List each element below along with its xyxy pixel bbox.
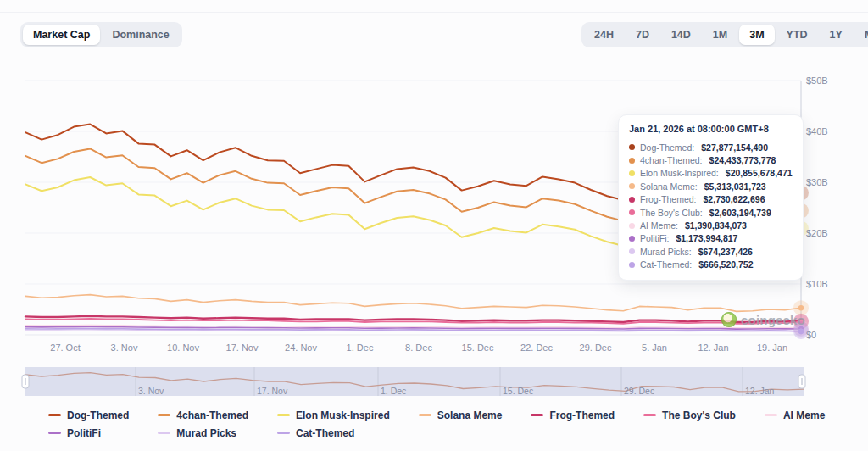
x-tick-label: 15. Dec [462,342,494,353]
tooltip-series-value: $2,603,194,739 [709,208,771,218]
legend-dash-icon [419,414,431,416]
legend-item-the-boy-s-club[interactable]: The Boy's Club [643,409,736,421]
watermark-text: coingecko [741,313,805,327]
tab-dominance[interactable]: Dominance [102,25,179,45]
series-dot-icon [629,223,635,229]
tooltip-series-name: Dog-Themed: [640,142,694,153]
navigator-tick-label: 17. Nov [257,386,287,396]
metric-toggle: Market CapDominance [20,22,182,47]
legend-label: 4chan-Themed [176,409,248,421]
tooltip-series-value: $5,313,031,723 [704,181,766,192]
x-tick-label: 5. Jan [642,342,667,353]
endpoint-marker-cat-themed [798,329,804,334]
legend-label: Solana Meme [437,409,503,421]
tooltip-series-name: Elon Musk-Inspired: [640,168,719,178]
range-button-24h[interactable]: 24H [584,25,624,45]
tooltip-row-solana-meme: Solana Meme:$5,313,031,723 [629,180,793,192]
tooltip-row-murad-picks: Murad Picks:$674,237,426 [629,245,793,258]
x-tick-label: 3. Nov [111,342,138,353]
series-line-solana-meme [25,295,801,312]
chart-legend: Dog-Themed4chan-ThemedElon Musk-Inspired… [48,409,825,439]
tooltip-series-name: AI Meme: [640,220,678,231]
tooltip-series-value: $27,877,154,490 [701,142,768,153]
tooltip-row-dog-themed: Dog-Themed:$27,877,154,490 [629,141,793,153]
y-tick-label: $0 [806,330,816,340]
legend-label: AI Meme [783,409,825,421]
legend-dash-icon [277,432,290,434]
tooltip-title: Jan 21, 2026 at 08:00:00 GMT+8 [629,124,793,134]
range-button-ytd[interactable]: YTD [776,25,818,45]
legend-dash-icon [643,414,656,416]
divider [0,12,868,13]
legend-item-ai-meme[interactable]: AI Meme [765,409,825,421]
tooltip-series-name: Frog-Themed: [640,194,697,204]
legend-dash-icon [158,432,170,434]
chart-tooltip: Jan 21, 2026 at 08:00:00 GMT+8 Dog-Theme… [618,114,804,281]
y-tick-label: $20B [806,228,828,238]
legend-label: Frog-Themed [549,409,615,421]
legend-label: PolitiFi [67,427,101,439]
tooltip-row-politifi: PolitiFi:$1,173,994,817 [629,232,793,245]
tooltip-series-name: Murad Picks: [640,247,692,257]
x-tick-label: 22. Dec [520,342,553,353]
navigator-tick-label: 3. Nov [138,386,164,396]
range-button-max[interactable]: Max [854,25,868,45]
tooltip-series-value: $20,855,678,471 [726,168,793,178]
tooltip-series-value: $666,520,752 [698,259,753,270]
tab-market-cap[interactable]: Market Cap [23,25,100,45]
range-toggle: 24H7D14D1M3MYTD1YMax [581,22,868,47]
coingecko-logo-icon [721,312,737,327]
range-button-3m[interactable]: 3M [739,25,774,45]
x-tick-label: 27. Oct [50,342,80,353]
legend-label: The Boy's Club [662,409,736,421]
tooltip-series-name: Solana Meme: [640,181,698,192]
legend-item-murad-picks[interactable]: Murad Picks [158,426,248,439]
legend-dash-icon [531,414,543,416]
legend-item-4chan-themed[interactable]: 4chan-Themed [158,409,248,421]
y-tick-label: $40B [806,126,828,136]
series-dot-icon [629,209,635,215]
series-dot-icon [629,170,635,176]
series-dot-icon [629,158,635,164]
tooltip-row-cat-themed: Cat-Themed:$666,520,752 [629,259,793,271]
range-button-1y[interactable]: 1Y [820,25,853,45]
tooltip-row-the-boy-s-club: The Boy's Club:$2,603,194,739 [629,206,793,219]
series-dot-icon [629,248,635,254]
y-tick-label: $30B [806,177,828,187]
legend-item-elon-musk-inspired[interactable]: Elon Musk-Inspired [277,409,390,421]
series-dot-icon [629,183,635,189]
legend-dash-icon [765,414,777,416]
legend-item-cat-themed[interactable]: Cat-Themed [277,426,390,439]
coingecko-watermark: coingecko [721,312,805,327]
tooltip-row-ai-meme: AI Meme:$1,390,834,073 [629,219,793,231]
legend-item-frog-themed[interactable]: Frog-Themed [531,409,615,421]
tooltip-series-value: $1,173,994,817 [676,233,737,243]
x-tick-label: 17. Nov [226,342,259,353]
range-button-7d[interactable]: 7D [626,25,659,45]
legend-label: Dog-Themed [67,409,129,421]
series-dot-icon [629,197,635,203]
tooltip-series-name: Cat-Themed: [640,259,692,270]
x-tick-label: 12. Jan [698,342,728,353]
tooltip-series-value: $674,237,426 [698,247,753,257]
legend-label: Murad Picks [176,427,236,439]
tooltip-series-name: PolitiFi: [640,233,669,243]
range-button-14d[interactable]: 14D [661,25,701,45]
navigator-tick-label: 15. Dec [503,386,533,396]
legend-item-dog-themed[interactable]: Dog-Themed [48,409,129,421]
navigator-tick-label: 12. Jan [745,386,774,396]
x-tick-label: 10. Nov [167,342,199,353]
range-button-1m[interactable]: 1M [703,25,737,45]
legend-label: Elon Musk-Inspired [296,409,390,421]
x-tick-label: 8. Dec [405,342,432,353]
series-dot-icon [629,236,635,242]
legend-item-politifi[interactable]: PolitiFi [48,426,129,439]
tooltip-series-name: 4chan-Themed: [640,155,703,165]
x-tick-label: 19. Jan [757,342,787,353]
legend-dash-icon [277,414,290,416]
x-tick-label: 1. Dec [347,342,374,353]
tooltip-series-value: $2,730,622,696 [704,194,765,204]
legend-dash-icon [48,414,61,416]
legend-item-solana-meme[interactable]: Solana Meme [419,409,503,421]
x-tick-label: 29. Dec [580,342,612,353]
